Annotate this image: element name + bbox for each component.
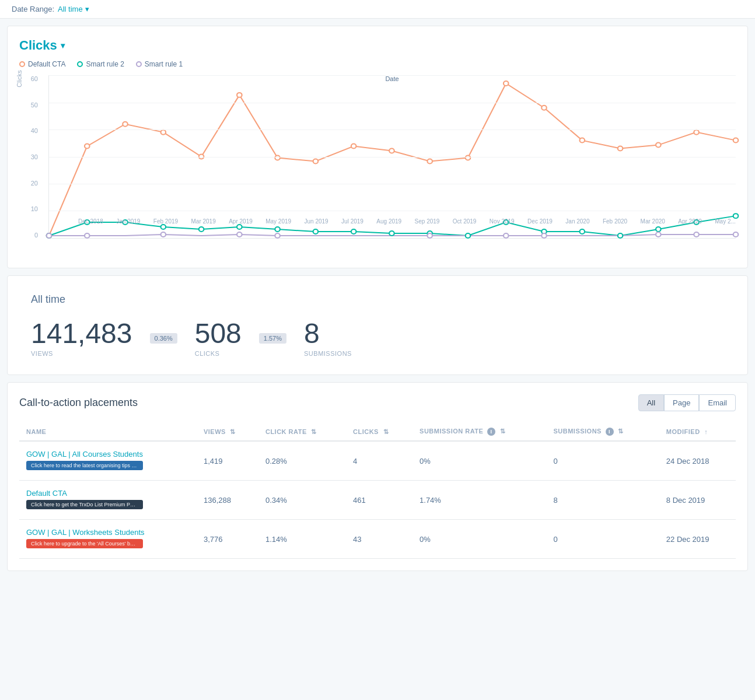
row-clicks-0: 4 <box>346 441 413 481</box>
svg-point-13 <box>541 106 547 110</box>
row-submission-rate-0: 0% <box>413 441 546 481</box>
legend-dot-salmon <box>19 61 25 67</box>
table-section: Call-to-action placements All Page Email… <box>7 382 748 571</box>
col-click-rate[interactable]: CLICK RATE ⇅ <box>258 423 346 441</box>
filter-buttons: All Page Email <box>638 394 736 411</box>
info-icon-submission-rate[interactable]: i <box>487 428 495 436</box>
col-modified[interactable]: MODIFIED ↑ <box>659 423 736 441</box>
submissions-value: 8 <box>304 320 320 348</box>
svg-point-10 <box>427 159 432 163</box>
table-row: GOW | GAL | All Courses Students Click h… <box>19 441 736 481</box>
clicks-label: CLICKS <box>195 350 220 357</box>
submissions-stat: 8 SUBMISSIONS <box>304 320 352 357</box>
stats-section: All time 141,483 VIEWS 0.36% 508 CLICKS … <box>7 275 748 375</box>
top-bar: Date Range: All time ▾ <box>0 0 755 19</box>
row-submissions-1: 8 <box>546 481 659 520</box>
table-title: Call-to-action placements <box>19 397 138 409</box>
legend-dot-purple <box>136 61 142 67</box>
svg-point-8 <box>351 144 356 149</box>
chart-plot: Dec 2018 Jan 2019 Feb 2019 Mar 2019 Apr … <box>48 75 736 239</box>
table-row: Default CTA Click here to get the TrxDo … <box>19 481 736 520</box>
filter-email-button[interactable]: Email <box>699 394 736 411</box>
sort-icon-submissions: ⇅ <box>618 428 624 435</box>
filter-page-button[interactable]: Page <box>664 394 699 411</box>
sort-icon-click-rate: ⇅ <box>311 428 317 436</box>
sort-icon-submission-rate: ⇅ <box>500 428 506 435</box>
row-modified-2: 22 Dec 2019 <box>659 520 736 559</box>
click-rate-badge-1: 0.36% <box>150 333 177 344</box>
table-header: NAME VIEWS ⇅ CLICK RATE ⇅ CLICKS ⇅ SUBMI… <box>19 423 736 441</box>
table-body: GOW | GAL | All Courses Students Click h… <box>19 441 736 559</box>
row-name-0[interactable]: GOW | GAL | All Courses Students <box>26 450 190 459</box>
cta-preview-0: Click here to read the latest organising… <box>26 461 143 470</box>
chart-y-axis: Clicks 60 50 40 30 20 10 0 <box>19 75 43 239</box>
info-icon-submissions[interactable]: i <box>606 428 614 436</box>
svg-point-17 <box>694 130 699 135</box>
row-submission-rate-1: 1.74% <box>413 481 546 520</box>
clicks-stat: 508 CLICKS <box>195 320 242 357</box>
sort-icon-clicks: ⇅ <box>383 428 389 436</box>
svg-point-14 <box>580 138 585 143</box>
date-range-value[interactable]: All time ▾ <box>58 5 89 13</box>
svg-point-1 <box>85 144 90 149</box>
col-views[interactable]: VIEWS ⇅ <box>197 423 258 441</box>
col-submission-rate[interactable]: SUBMISSION RATE i ⇅ <box>413 423 546 441</box>
svg-point-18 <box>733 138 739 143</box>
table-row: GOW | GAL | Worksheets Students Click he… <box>19 520 736 559</box>
svg-point-3 <box>161 130 166 135</box>
chart-x-axis: Dec 2018 Jan 2019 Feb 2019 Mar 2019 Apr … <box>78 215 736 238</box>
svg-point-2 <box>123 122 128 127</box>
legend-default-cta: Default CTA <box>19 60 65 68</box>
row-click-rate-0: 0.28% <box>258 441 346 481</box>
filter-all-button[interactable]: All <box>638 394 664 411</box>
placements-table: NAME VIEWS ⇅ CLICK RATE ⇅ CLICKS ⇅ SUBMI… <box>19 423 736 559</box>
date-range-label: Date Range: <box>12 5 54 13</box>
chart-title: Clicks ▾ <box>19 38 736 53</box>
svg-point-38 <box>47 233 52 238</box>
row-views-0: 1,419 <box>197 441 258 481</box>
stats-row: 141,483 VIEWS 0.36% 508 CLICKS 1.57% 8 S… <box>31 320 724 357</box>
legend-smart-rule-2: Smart rule 2 <box>77 60 124 68</box>
row-modified-0: 24 Dec 2018 <box>659 441 736 481</box>
chart-section: Clicks ▾ Default CTA Smart rule 2 Smart … <box>7 26 748 268</box>
legend-smart-rule-1: Smart rule 1 <box>136 60 183 68</box>
row-views-1: 136,288 <box>197 481 258 520</box>
cta-preview-1: Click here to get the TrxDo List Premium… <box>26 500 143 509</box>
row-submissions-0: 0 <box>546 441 659 481</box>
row-clicks-2: 43 <box>346 520 413 559</box>
row-name-2[interactable]: GOW | GAL | Worksheets Students <box>26 528 190 537</box>
row-name-1[interactable]: Default CTA <box>26 489 190 498</box>
row-click-rate-2: 1.14% <box>258 520 346 559</box>
svg-point-7 <box>313 159 319 163</box>
click-rate-badge-2: 1.57% <box>259 333 286 344</box>
row-submission-rate-2: 0% <box>413 520 546 559</box>
clicks-value: 508 <box>195 320 242 348</box>
chart-legend: Default CTA Smart rule 2 Smart rule 1 <box>19 60 736 68</box>
dropdown-icon[interactable]: ▾ <box>61 41 65 50</box>
col-name: NAME <box>19 423 197 441</box>
views-value: 141,483 <box>31 320 132 348</box>
row-click-rate-1: 0.34% <box>258 481 346 520</box>
sort-icon-views: ⇅ <box>230 428 236 436</box>
cta-preview-2: Click here to upgrade to the 'All Course… <box>26 539 143 548</box>
svg-point-9 <box>389 149 394 153</box>
col-clicks[interactable]: CLICKS ⇅ <box>346 423 413 441</box>
views-label: VIEWS <box>31 350 53 357</box>
chevron-down-icon: ▾ <box>85 5 89 13</box>
svg-point-12 <box>504 81 509 86</box>
col-submissions[interactable]: SUBMISSIONS i ⇅ <box>546 423 659 441</box>
table-header-row: Call-to-action placements All Page Email <box>19 394 736 411</box>
svg-point-16 <box>656 143 661 148</box>
svg-point-5 <box>237 93 242 97</box>
row-submissions-2: 0 <box>546 520 659 559</box>
row-modified-1: 8 Dec 2019 <box>659 481 736 520</box>
row-views-2: 3,776 <box>197 520 258 559</box>
stats-period: All time <box>31 293 724 306</box>
row-clicks-1: 461 <box>346 481 413 520</box>
svg-point-15 <box>618 146 623 151</box>
legend-dot-teal <box>77 61 83 67</box>
chart-container: Clicks 60 50 40 30 20 10 0 <box>19 75 736 262</box>
submissions-label: SUBMISSIONS <box>304 350 352 357</box>
views-stat: 141,483 VIEWS <box>31 320 132 357</box>
sort-icon-modified: ↑ <box>704 428 708 435</box>
